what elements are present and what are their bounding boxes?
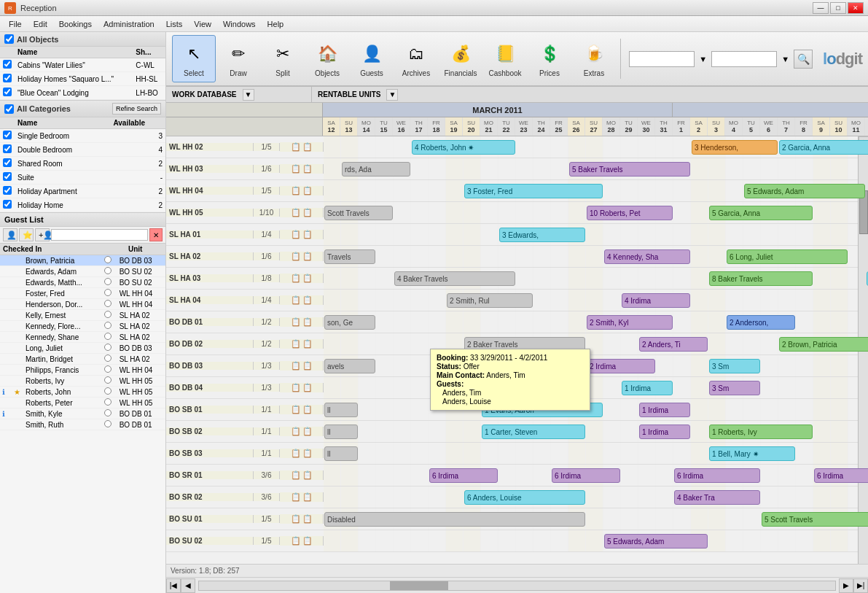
all-categories-checkbox[interactable] (4, 104, 14, 114)
booking-block[interactable]: 1 Bell, Mary ✷ (709, 446, 795, 461)
cat-checkbox[interactable] (3, 186, 12, 195)
row-icon-1[interactable]: 📋 (291, 536, 301, 546)
toolbar-btn-financials[interactable]: 💰 Financials (439, 35, 482, 82)
row-icon-1[interactable]: 📋 (291, 449, 301, 458)
date-from-dropdown[interactable]: ▼ (699, 55, 707, 63)
menu-item-bookings[interactable]: Bookings (53, 18, 98, 30)
row-icon-1[interactable]: 📋 (291, 230, 301, 239)
toolbar-btn-draw[interactable]: ✏ Draw (216, 35, 260, 82)
db-dropdown-btn[interactable]: ▼ (243, 89, 254, 101)
category-row[interactable]: Double Bedroom 4 (0, 143, 165, 157)
date-to-input[interactable]: 3/29/2011 (711, 51, 777, 67)
booking-block[interactable]: 2 Anders, Ti (639, 337, 708, 352)
booking-block[interactable]: 2 Irdima (587, 359, 655, 373)
object-row[interactable]: Cabins "Water Lilies" C-WL (0, 58, 165, 72)
row-icon-1[interactable]: 📋 (291, 361, 301, 371)
hscroll-track[interactable] (198, 581, 836, 591)
cat-checkbox-cell[interactable] (0, 185, 15, 198)
category-row[interactable]: Holiday Apartment 2 (0, 185, 165, 198)
booking-block[interactable]: avels (324, 359, 375, 373)
close-button[interactable]: ✕ (848, 2, 864, 14)
booking-block[interactable]: 3 Edwards, (499, 228, 585, 242)
toolbar-btn-objects[interactable]: 🏠 Objects (305, 35, 349, 82)
guest-row[interactable]: ℹ Smith, Kyle BO DB 01 (0, 408, 165, 419)
booking-block[interactable]: 6 Irdima (674, 468, 760, 483)
cat-checkbox-cell[interactable] (0, 198, 15, 212)
guest-row[interactable]: Foster, Fred WL HH 04 (0, 288, 165, 299)
row-icon-2[interactable]: 📋 (302, 449, 313, 458)
booking-block[interactable]: son, Ge (324, 315, 375, 330)
row-icon-2[interactable]: 📋 (302, 230, 313, 239)
cat-checkbox[interactable] (3, 144, 12, 153)
guest-row[interactable]: Smith, Ruth BO DB 01 (0, 419, 165, 430)
row-icon-2[interactable]: 📋 (302, 536, 313, 546)
booking-block[interactable]: 2 Garcia, Anna (779, 140, 868, 155)
cat-checkbox[interactable] (3, 158, 12, 167)
category-row[interactable]: Holiday Home 2 (0, 198, 165, 212)
guest-row[interactable]: Kelly, Ernest SL HA 02 (0, 310, 165, 321)
hscroll-thumb[interactable] (390, 581, 448, 590)
maximize-button[interactable]: □ (830, 2, 846, 14)
obj-checkbox[interactable] (3, 88, 12, 96)
booking-block[interactable]: 4 Baker Tra (674, 490, 760, 505)
toolbar-btn-guests[interactable]: 👤 Guests (350, 35, 394, 82)
scroll-left-arrow[interactable]: |◀ (166, 578, 181, 593)
row-icon-2[interactable]: 📋 (302, 208, 313, 217)
booking-block[interactable]: 4 Roberts, John ✷ (412, 140, 515, 155)
booking-block[interactable]: 8 Baker Travels (709, 271, 813, 286)
booking-block[interactable]: 1 Carter, Steven (482, 425, 585, 439)
scroll-right-arrow[interactable]: ▶| (853, 578, 868, 593)
menu-item-edit[interactable]: Edit (28, 18, 53, 30)
booking-block[interactable]: ll (324, 446, 358, 461)
guest-star-button[interactable]: ⭐ (19, 228, 34, 241)
row-icon-1[interactable]: 📋 (291, 186, 301, 195)
guest-row[interactable]: Philipps, Francis WL HH 04 (0, 365, 165, 376)
cat-checkbox[interactable] (3, 172, 12, 181)
booking-block[interactable]: 6 Long, Juliet (727, 249, 848, 264)
booking-block[interactable]: 2 Brown, Patricia (779, 337, 868, 352)
booking-block[interactable]: 5 Edwards, Adam (744, 184, 865, 198)
cat-checkbox[interactable] (3, 200, 12, 209)
row-icon-2[interactable]: 📋 (302, 383, 313, 392)
booking-block[interactable]: 2 Anderson, (727, 315, 795, 330)
toolbar-btn-select[interactable]: ↖ Select (172, 35, 216, 82)
menu-item-view[interactable]: View (188, 18, 217, 30)
guest-row[interactable]: Edwards, Matth... BO SU 02 (0, 277, 165, 288)
category-row[interactable]: Suite - (0, 171, 165, 185)
row-icon-2[interactable]: 📋 (302, 470, 313, 480)
booking-block[interactable]: 3 Foster, Fred (464, 184, 603, 198)
booking-block[interactable]: 5 Edwards, Adam (604, 534, 708, 549)
row-icon-2[interactable]: 📋 (302, 514, 313, 524)
guest-clear-button[interactable]: ✕ (149, 228, 163, 241)
row-icon-2[interactable]: 📋 (302, 339, 313, 349)
booking-block[interactable]: ll (324, 403, 358, 417)
row-icon-2[interactable]: 📋 (302, 274, 313, 283)
minimize-button[interactable]: — (813, 2, 829, 14)
guest-row[interactable]: Kennedy, Flore... SL HA 02 (0, 321, 165, 332)
row-icon-1[interactable]: 📋 (291, 252, 301, 261)
refine-search-button[interactable]: Refine Search (112, 103, 161, 115)
guest-row[interactable]: Henderson, Dor... WL HH 04 (0, 299, 165, 310)
category-row[interactable]: Single Bedroom 3 (0, 129, 165, 143)
row-icon-1[interactable]: 📋 (291, 142, 301, 152)
cat-checkbox-cell[interactable] (0, 171, 15, 185)
menu-item-lists[interactable]: Lists (160, 18, 189, 30)
guest-search-input[interactable] (51, 229, 148, 241)
booking-block[interactable]: 6 Irdima (429, 468, 498, 483)
guest-row[interactable]: Roberts, Peter WL HH 05 (0, 398, 165, 408)
booking-block[interactable]: Disabled (324, 512, 585, 527)
guest-plus-button[interactable]: +👤 (35, 228, 50, 241)
row-icon-2[interactable]: 📋 (302, 164, 313, 174)
guest-row[interactable]: ℹ ★ Roberts, John WL HH 05 (0, 387, 165, 398)
cat-checkbox-cell[interactable] (0, 129, 15, 143)
booking-block[interactable]: 1 Irdima (622, 381, 673, 395)
cat-checkbox-cell[interactable] (0, 157, 15, 171)
row-icon-1[interactable]: 📋 (291, 514, 301, 524)
row-icon-2[interactable]: 📋 (302, 405, 313, 414)
booking-block[interactable]: 1 Irdima (639, 425, 690, 439)
date-to-dropdown[interactable]: ▼ (781, 55, 789, 63)
booking-block[interactable]: 5 Scott Travels (762, 512, 868, 527)
object-row[interactable]: "Blue Ocean" Lodging LH-BO (0, 86, 165, 100)
obj-checkbox-cell[interactable] (0, 58, 15, 72)
guest-row[interactable]: Roberts, Ivy WL HH 05 (0, 376, 165, 387)
